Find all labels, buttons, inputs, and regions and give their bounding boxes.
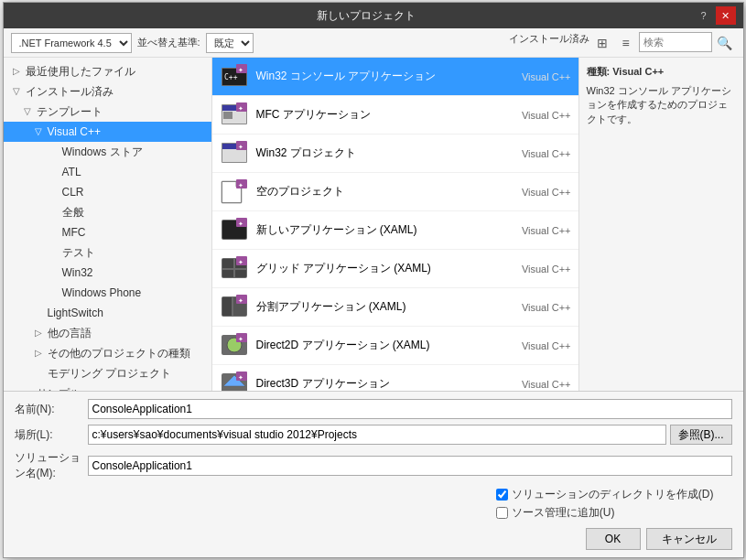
title-bar-buttons: ? ✕ — [694, 6, 736, 25]
close-button[interactable]: ✕ — [716, 6, 736, 25]
location-input[interactable] — [88, 425, 666, 445]
solution-label: ソリューション名(M): — [15, 450, 88, 481]
checkbox-solution-dir-input[interactable] — [496, 489, 508, 501]
view-icons: インストール済み ⊞ ≡ 🔍 — [509, 32, 736, 54]
location-label: 場所(L): — [15, 427, 88, 443]
bottom-form: 名前(N): 場所(L): 参照(B)... ソリューション名(M): — [4, 391, 743, 557]
project-name-win32-console: Win32 コンソール アプリケーション — [256, 69, 491, 84]
checkbox-solution-dir: ソリューションのディレクトリを作成(D) — [496, 487, 714, 502]
project-item-grid-app-xaml[interactable]: ✦ グリッド アプリケーション (XAML) Visual C++ — [212, 250, 578, 288]
sidebar-item-win32[interactable]: Win32 — [4, 263, 211, 283]
svg-text:✦: ✦ — [238, 105, 243, 112]
project-item-empty-project[interactable]: ✦ 空のプロジェクト Visual C++ — [212, 173, 578, 211]
checkbox-solution-dir-label: ソリューションのディレクトリを作成(D) — [512, 487, 714, 502]
svg-rect-30 — [235, 270, 246, 277]
bottom-buttons: OK キャンセル — [15, 528, 732, 550]
sidebar-item-test[interactable]: テスト — [4, 242, 211, 263]
svg-text:✦: ✦ — [238, 336, 243, 342]
project-item-direct3d-app[interactable]: ✦ Direct3D アプリケーション Visual C++ — [212, 365, 578, 391]
project-name-grid-app-xaml: グリッド アプリケーション (XAML) — [256, 261, 491, 276]
project-item-mfc-app[interactable]: ✦ MFC アプリケーション Visual C++ — [212, 96, 578, 135]
project-name-mfc-app: MFC アプリケーション — [256, 107, 491, 123]
sidebar-item-installed[interactable]: ▽ インストール済み — [4, 81, 211, 102]
project-list: C++ ✦ Win32 コンソール アプリケーション Visual C++ — [212, 58, 578, 391]
middle-section: ▷ 最近使用したファイル ▽ インストール済み ▽ テンプレート ▽ Visua… — [4, 58, 743, 391]
dialog-body: .NET Framework 4.5 並べ替え基準: 既定 インストール済み ⊞… — [4, 28, 743, 557]
sidebar-label-mfc: MFC — [62, 224, 86, 241]
toggle-templates: ▽ — [22, 103, 33, 120]
toggle-visual-cpp: ▽ — [33, 124, 44, 140]
sidebar-label-test: テスト — [62, 244, 95, 261]
location-row: 場所(L): 参照(B)... — [15, 425, 732, 445]
bottom-options: ソリューションのディレクトリを作成(D) ソース管理に追加(U) — [496, 487, 714, 521]
sidebar-item-windows-store[interactable]: Windows ストア — [4, 142, 211, 162]
search-icon[interactable]: 🔍 — [714, 32, 736, 54]
svg-text:✦: ✦ — [238, 259, 243, 265]
toggle-other-proj: ▷ — [33, 345, 44, 361]
sidebar-item-modeling[interactable]: モデリング プロジェクト — [4, 363, 211, 383]
project-name-new-app-xaml: 新しいアプリケーション (XAML) — [256, 222, 491, 238]
sort-select[interactable]: 既定 — [206, 33, 254, 53]
sidebar-label-other-lang: 他の言語 — [48, 325, 92, 341]
info-panel: 種類: Visual C++ Win32 コンソール アプリケーションを作成する… — [578, 58, 743, 391]
browse-button[interactable]: 参照(B)... — [670, 425, 732, 445]
project-item-win32-project[interactable]: ✦ Win32 プロジェクト Visual C++ — [212, 135, 578, 173]
installed-label: インストール済み — [509, 32, 589, 54]
sidebar-item-samples[interactable]: サンプル — [4, 383, 211, 391]
grid-view-button[interactable]: ⊞ — [591, 32, 613, 54]
new-project-dialog: 新しいプロジェクト ? ✕ .NET Framework 4.5 並べ替え基準:… — [3, 2, 744, 558]
checkbox-source-control-label: ソース管理に追加(U) — [512, 505, 615, 521]
project-icon-empty-project: ✦ — [220, 178, 249, 207]
toggle-installed: ▽ — [11, 83, 22, 100]
sidebar-item-general[interactable]: 全般 — [4, 202, 211, 222]
project-item-win32-console[interactable]: C++ ✦ Win32 コンソール アプリケーション Visual C++ — [212, 58, 578, 96]
project-tag-grid-app-xaml: Visual C++ — [498, 264, 571, 275]
ok-button[interactable]: OK — [586, 528, 641, 550]
sidebar-label-win32: Win32 — [62, 264, 93, 281]
project-tag-direct2d-xaml: Visual C++ — [498, 340, 571, 351]
project-icon-win32-console: C++ ✦ — [220, 62, 249, 92]
sidebar-item-other-lang[interactable]: ▷ 他の言語 — [4, 323, 211, 343]
solution-input[interactable] — [88, 456, 732, 476]
toggle-other-lang: ▷ — [33, 325, 44, 341]
sidebar-item-windows-phone[interactable]: Windows Phone — [4, 283, 211, 303]
list-view-button[interactable]: ≡ — [615, 32, 637, 54]
sidebar-label-templates: テンプレート — [37, 103, 103, 120]
project-item-direct2d-xaml[interactable]: ✦ Direct2D アプリケーション (XAML) Visual C++ — [212, 327, 578, 365]
cancel-button[interactable]: キャンセル — [646, 528, 732, 550]
search-input[interactable] — [639, 32, 712, 52]
sidebar-item-templates[interactable]: ▽ テンプレート — [4, 102, 211, 122]
svg-text:✦: ✦ — [238, 182, 243, 188]
project-icon-direct3d-app: ✦ — [220, 370, 249, 392]
sidebar-item-lightswitch[interactable]: LightSwitch — [4, 303, 211, 323]
checkbox-source-control-input[interactable] — [496, 507, 508, 519]
help-button[interactable]: ? — [694, 6, 714, 25]
sidebar-item-mfc[interactable]: MFC — [4, 222, 211, 242]
svg-text:✦: ✦ — [238, 67, 243, 73]
svg-rect-29 — [222, 270, 233, 277]
toggle-recent: ▷ — [11, 63, 22, 80]
sidebar-item-clr[interactable]: CLR — [4, 182, 211, 202]
project-icon-split-app-xaml: ✦ — [220, 293, 249, 322]
sidebar-item-other-proj[interactable]: ▷ その他のプロジェクトの種類 — [4, 343, 211, 363]
sidebar-label-windows-phone: Windows Phone — [62, 285, 142, 301]
project-item-split-app-xaml[interactable]: ✦ 分割アプリケーション (XAML) Visual C++ — [212, 288, 578, 327]
sidebar: ▷ 最近使用したファイル ▽ インストール済み ▽ テンプレート ▽ Visua… — [4, 58, 212, 391]
name-input[interactable] — [88, 399, 732, 419]
sidebar-item-recent[interactable]: ▷ 最近使用したファイル — [4, 61, 211, 81]
toolbar: .NET Framework 4.5 並べ替え基準: 既定 インストール済み ⊞… — [4, 28, 743, 58]
project-icon-mfc-app: ✦ — [220, 101, 249, 130]
sidebar-item-visual-cpp[interactable]: ▽ Visual C++ — [4, 122, 211, 142]
project-item-new-app-xaml[interactable]: ✦ 新しいアプリケーション (XAML) Visual C++ — [212, 211, 578, 250]
svg-text:✦: ✦ — [238, 297, 243, 304]
checkbox-source-control: ソース管理に追加(U) — [496, 505, 714, 521]
project-icon-direct2d-xaml: ✦ — [220, 331, 249, 361]
project-name-direct3d-app: Direct3D アプリケーション — [256, 376, 491, 391]
project-name-win32-project: Win32 プロジェクト — [256, 145, 491, 161]
location-input-group: 参照(B)... — [88, 425, 732, 445]
project-tag-win32-console: Visual C++ — [498, 71, 571, 82]
svg-text:C++: C++ — [224, 73, 238, 81]
sidebar-item-atl[interactable]: ATL — [4, 162, 211, 182]
framework-select[interactable]: .NET Framework 4.5 — [11, 33, 132, 53]
solution-row: ソリューション名(M): — [15, 450, 732, 481]
